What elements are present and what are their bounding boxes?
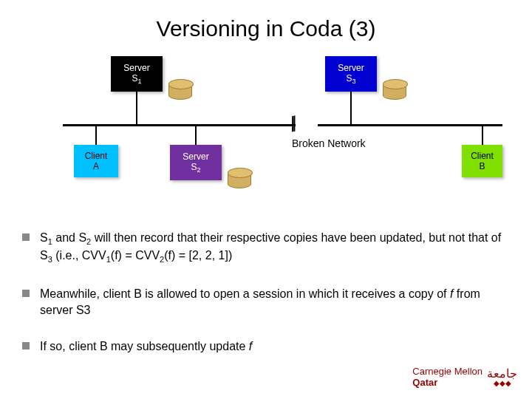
bullet-item-3: If so, client B may subsequently update … xyxy=(22,338,510,355)
server-s2-id: S2 xyxy=(170,162,222,174)
bus-line-left xyxy=(63,124,296,126)
server-s2-label: Server xyxy=(170,151,222,162)
client-a-box: Client A xyxy=(74,145,118,177)
client-a-label: Client xyxy=(74,151,118,161)
bullet-list: S1 and S2 will then record that their re… xyxy=(22,230,510,355)
logo-text: Carnegie Mellon Qatar xyxy=(412,366,482,388)
page-title: Versioning in Coda (3) xyxy=(0,16,532,41)
bullet-item-2: Meanwhile, client B is allowed to open a… xyxy=(22,286,510,318)
bullet-item-1: S1 and S2 will then record that their re… xyxy=(22,230,510,265)
server-s1-box: Server S1 xyxy=(111,56,163,92)
client-a-id: A xyxy=(74,161,118,171)
bus-line-right xyxy=(318,124,502,126)
bullet-icon xyxy=(22,342,30,349)
server-s1-label: Server xyxy=(111,63,163,73)
broken-network-label: Broken Network xyxy=(292,137,366,149)
server-s1-id: S1 xyxy=(111,73,163,85)
client-b-id: B xyxy=(462,161,502,171)
server-s2-box: Server S2 xyxy=(170,145,222,180)
logo-arabic-icon: جامعة ◆◆◆ xyxy=(487,368,517,387)
client-b-box: Client B xyxy=(462,145,502,177)
connector-client-b xyxy=(482,126,483,146)
connector-s1 xyxy=(136,92,137,125)
connector-s2 xyxy=(195,126,197,146)
network-diagram: / / Server S1 Server S3 Client A Server … xyxy=(0,52,532,222)
disk-icon-s3 xyxy=(383,82,406,100)
connector-s3 xyxy=(350,92,352,125)
bullet-icon xyxy=(22,290,30,297)
bullet-text-2: Meanwhile, client B is allowed to open a… xyxy=(40,286,510,318)
server-s3-label: Server xyxy=(325,63,377,73)
bullet-icon xyxy=(22,233,30,241)
bullet-text-3: If so, client B may subsequently update … xyxy=(40,338,252,355)
disk-icon-s1 xyxy=(168,82,192,100)
cmu-qatar-logo: Carnegie Mellon Qatar جامعة ◆◆◆ xyxy=(412,366,517,388)
server-s3-box: Server S3 xyxy=(325,56,377,92)
connector-client-a xyxy=(95,126,97,146)
bullet-text-1: S1 and S2 will then record that their re… xyxy=(40,230,510,265)
server-s3-id: S3 xyxy=(325,73,377,85)
client-b-label: Client xyxy=(462,151,502,161)
disk-icon-s2 xyxy=(228,171,251,188)
